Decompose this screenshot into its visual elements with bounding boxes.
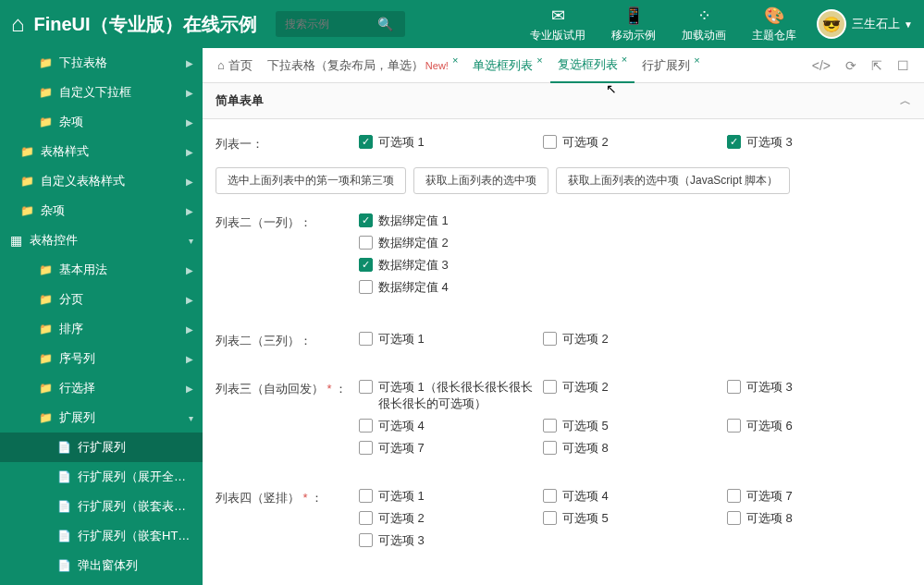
tab[interactable]: 复选框列表× xyxy=(550,48,634,83)
checkbox-item: 可选项 8 xyxy=(727,510,911,527)
close-icon[interactable]: × xyxy=(622,54,627,65)
checkbox[interactable] xyxy=(359,280,373,294)
chevron-icon: ▶ xyxy=(186,88,193,98)
checkbox[interactable] xyxy=(359,135,373,149)
tab[interactable]: 单选框列表× xyxy=(465,48,549,83)
checkbox[interactable] xyxy=(727,380,741,394)
form-controls: 数据绑定值 1 数据绑定值 2 数据绑定值 3 数据绑定值 4 xyxy=(359,213,911,301)
close-icon[interactable]: × xyxy=(694,55,699,66)
checkbox[interactable] xyxy=(543,489,557,503)
checkbox[interactable] xyxy=(543,135,557,149)
avatar[interactable]: 😎 xyxy=(817,9,846,39)
checkbox-item: 可选项 1 xyxy=(359,134,543,151)
checkbox-label: 可选项 4 xyxy=(378,418,425,434)
checkbox[interactable] xyxy=(359,258,373,272)
sidebar-item[interactable]: 📁杂项▶ xyxy=(0,107,203,137)
header-button[interactable]: 🎨主题仓库 xyxy=(739,6,809,43)
checkbox-label: 可选项 1 xyxy=(378,134,425,151)
chevron-icon: ▶ xyxy=(186,265,193,275)
checkbox[interactable] xyxy=(359,533,373,547)
sidebar-item[interactable]: 📁基本用法▶ xyxy=(0,255,203,285)
tab-icon: ⌂ xyxy=(217,58,225,72)
tab-label: 单选框列表 xyxy=(473,57,533,74)
sidebar-item[interactable]: 📁扩展列▾ xyxy=(0,403,203,433)
checkbox[interactable] xyxy=(543,380,557,394)
sidebar-item[interactable]: 📁自定义表格样式▶ xyxy=(0,166,203,196)
checkbox-label: 数据绑定值 3 xyxy=(378,257,449,274)
tab[interactable]: 下拉表格（复杂布局，单选）New!× xyxy=(260,48,466,83)
action-button[interactable]: 获取上面列表的选中项（JavaScript 脚本） xyxy=(556,167,790,194)
sidebar-item-label: 排序 xyxy=(59,321,193,337)
sidebar-item[interactable]: 📁序号列▶ xyxy=(0,344,203,373)
user-caret-icon[interactable]: ▼ xyxy=(904,19,913,30)
sidebar-item[interactable]: ▦表格控件▾ xyxy=(0,225,203,255)
close-icon[interactable]: × xyxy=(536,55,542,66)
checkbox[interactable] xyxy=(543,441,557,455)
tab[interactable]: ⌂首页 xyxy=(210,48,260,83)
checkbox-label: 可选项 2 xyxy=(562,379,609,396)
checkbox[interactable] xyxy=(543,511,557,525)
header-button[interactable]: ✉专业版试用 xyxy=(517,6,598,43)
header-button[interactable]: 📱移动示例 xyxy=(598,6,669,43)
checkbox[interactable] xyxy=(359,236,373,250)
sidebar-item[interactable]: 📁表格样式▶ xyxy=(0,137,203,166)
checkbox[interactable] xyxy=(359,332,373,346)
popout-icon[interactable]: ⇱ xyxy=(864,58,890,73)
folder-icon: 📁 xyxy=(39,116,52,128)
search-input[interactable] xyxy=(285,18,377,30)
user-name[interactable]: 三生石上 xyxy=(852,16,900,32)
sidebar-item[interactable]: 📄行扩展列（嵌套HTM... xyxy=(0,521,203,551)
sidebar-item[interactable]: 📁行选择▶ xyxy=(0,373,203,403)
checkbox[interactable] xyxy=(359,419,373,433)
maximize-icon[interactable]: ☐ xyxy=(890,58,917,73)
folder-icon: 📁 xyxy=(39,56,52,69)
sidebar-item[interactable]: 📁下拉表格▶ xyxy=(0,48,203,78)
checkbox-item: 可选项 2 xyxy=(543,379,727,412)
sidebar-item[interactable]: 📁自定义下拉框▶ xyxy=(0,78,203,107)
sidebar-item[interactable]: 📁排序▶ xyxy=(0,314,203,344)
new-badge: New! xyxy=(425,60,449,71)
code-icon[interactable]: </> xyxy=(805,58,838,73)
header-button[interactable]: ⁘加载动画 xyxy=(669,6,739,43)
checkbox[interactable] xyxy=(727,419,741,433)
form-panel: 简单表单 ︿ 列表一： 可选项 1 可选项 2 可选项 3 选中上面列表中的第一… xyxy=(203,83,924,585)
header-button-icon: 🎨 xyxy=(752,6,796,26)
sidebar-item[interactable]: 📁杂项▶ xyxy=(0,196,203,225)
checkbox[interactable] xyxy=(359,511,373,525)
checkbox-label: 可选项 2 xyxy=(378,510,425,527)
checkbox[interactable] xyxy=(727,135,741,149)
checkbox[interactable] xyxy=(359,489,373,503)
checkbox[interactable] xyxy=(359,380,373,394)
checkbox[interactable] xyxy=(727,511,741,525)
sidebar-item[interactable]: 📄行扩展列（展开全部） xyxy=(0,462,203,492)
checkbox[interactable] xyxy=(543,332,557,346)
sidebar-item[interactable]: 📄行扩展列（嵌套表格... xyxy=(0,492,203,521)
panel-body: 列表一： 可选项 1 可选项 2 可选项 3 选中上面列表中的第一项和第三项获取… xyxy=(203,119,924,585)
grid-icon: ▦ xyxy=(9,233,22,248)
sidebar-item[interactable]: 📄行扩展列 xyxy=(0,433,203,462)
checkbox-item: 可选项 8 xyxy=(543,440,727,457)
checkbox-item: 可选项 1（很长很长很长很长很长很长的可选项） xyxy=(359,379,543,412)
checkbox[interactable] xyxy=(359,441,373,455)
collapse-icon[interactable]: ︿ xyxy=(900,93,911,109)
action-button[interactable]: 选中上面列表中的第一项和第三项 xyxy=(216,167,406,194)
search-box[interactable]: 🔍 xyxy=(276,11,405,37)
search-icon[interactable]: 🔍 xyxy=(377,17,393,31)
checkbox-item: 可选项 3 xyxy=(359,532,543,549)
refresh-icon[interactable]: ⟳ xyxy=(838,58,864,73)
button-row: 选中上面列表中的第一项和第三项获取上面列表的选中项获取上面列表的选中项（Java… xyxy=(216,162,911,207)
close-icon[interactable]: × xyxy=(452,55,458,66)
checkbox[interactable] xyxy=(727,489,741,503)
tab[interactable]: 行扩展列× xyxy=(634,48,707,83)
sidebar-item[interactable]: 📄弹出窗体列（窗体初... xyxy=(0,580,203,585)
sidebar-item[interactable]: 📁分页▶ xyxy=(0,285,203,314)
form-label: 列表二（三列）： xyxy=(216,331,359,353)
sidebar-item[interactable]: 📄弹出窗体列 xyxy=(0,551,203,580)
checkbox[interactable] xyxy=(543,419,557,433)
form-label: 列表四（竖排） * ： xyxy=(216,488,359,555)
home-icon[interactable]: ⌂ xyxy=(11,11,25,37)
file-icon: 📄 xyxy=(57,470,70,483)
action-button[interactable]: 获取上面列表的选中项 xyxy=(413,167,548,194)
checkbox[interactable] xyxy=(359,213,373,227)
form-row: 列表四（竖排） * ： 可选项 1 可选项 4 可选项 7 可选项 2 可选项 … xyxy=(216,482,911,560)
